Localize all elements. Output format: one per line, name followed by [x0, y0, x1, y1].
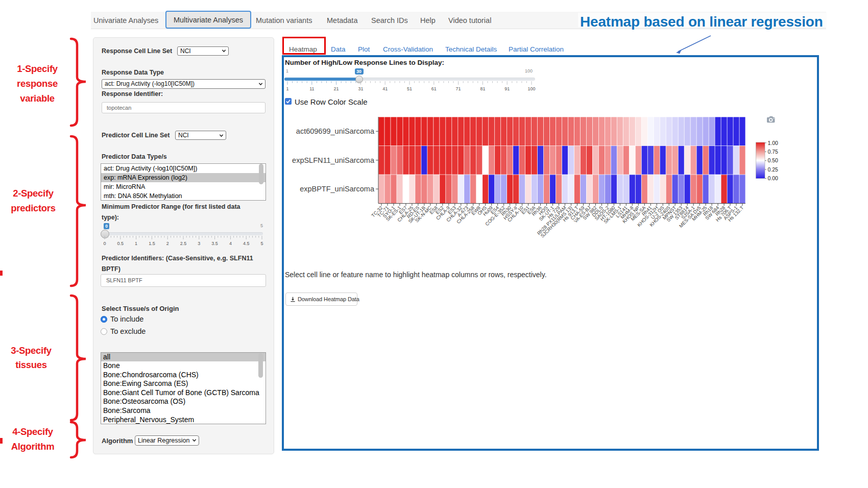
- svg-text:61: 61: [431, 86, 437, 91]
- svg-text:81: 81: [480, 86, 485, 91]
- svg-text:0.50: 0.50: [768, 157, 779, 163]
- svg-text:0.00: 0.00: [768, 175, 779, 181]
- svg-text:expSLFN11_uniSarcoma: expSLFN11_uniSarcoma: [292, 156, 375, 164]
- svg-text:3: 3: [198, 241, 200, 246]
- svg-text:4.5: 4.5: [243, 241, 250, 246]
- svg-text:91: 91: [504, 86, 510, 91]
- svg-text:expBPTF_uniSarcoma: expBPTF_uniSarcoma: [300, 185, 375, 193]
- svg-text:71: 71: [456, 86, 461, 91]
- svg-text:0.75: 0.75: [768, 149, 779, 155]
- svg-text:41: 41: [382, 86, 388, 91]
- svg-text:100: 100: [527, 86, 535, 91]
- svg-text:5: 5: [260, 241, 263, 246]
- svg-text:51: 51: [407, 86, 412, 91]
- svg-text:0: 0: [103, 241, 106, 246]
- svg-text:2.5: 2.5: [180, 241, 187, 246]
- svg-text:1: 1: [286, 86, 288, 91]
- svg-text:11: 11: [309, 86, 314, 91]
- svg-text:31: 31: [358, 86, 363, 91]
- svg-text:0.25: 0.25: [768, 166, 779, 173]
- svg-text:1.5: 1.5: [149, 241, 155, 246]
- svg-text:act609699_uniSarcoma: act609699_uniSarcoma: [296, 127, 375, 135]
- svg-text:1.00: 1.00: [768, 140, 779, 146]
- svg-text:2: 2: [166, 241, 169, 246]
- svg-text:0.5: 0.5: [117, 241, 124, 246]
- svg-text:21: 21: [334, 86, 339, 91]
- svg-text:4: 4: [229, 241, 232, 246]
- svg-text:1: 1: [135, 241, 137, 246]
- svg-text:3.5: 3.5: [211, 241, 218, 246]
